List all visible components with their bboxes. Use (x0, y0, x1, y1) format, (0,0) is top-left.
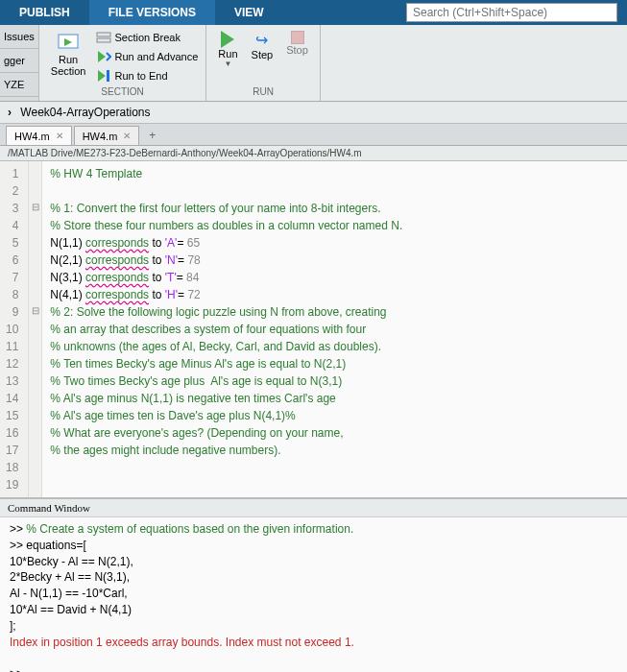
run-section-button[interactable]: Run Section (47, 29, 90, 84)
svg-rect-2 (97, 33, 110, 36)
code-line[interactable] (50, 182, 402, 200)
step-icon: ↪ (255, 31, 268, 49)
cmd-line: Index in position 1 exceeds array bounds… (10, 635, 617, 651)
close-icon[interactable]: ✕ (123, 131, 131, 141)
editor[interactable]: 12345678910111213141516171819 ⊟⊟ % HW 4 … (0, 161, 627, 497)
search-box (406, 3, 617, 22)
code-line[interactable]: % Al's age times ten is Dave's age plus … (50, 407, 402, 424)
left-tabs: Issues gger YZE (0, 25, 39, 101)
section-group-label: SECTION (47, 84, 199, 97)
cmd-line: 2*Becky + Al == N(3,1), (10, 569, 617, 586)
cmd-line: >> (10, 666, 617, 672)
cmd-line: 10*Becky - Al == N(2,1), (10, 554, 617, 570)
code-line[interactable]: % 2: Solve the following logic puzzle us… (50, 303, 402, 321)
ribbon-group-run: Run ▼ ↪ Step Stop RUN (206, 25, 320, 101)
breadcrumb[interactable]: › Week04-ArrayOperations (0, 102, 627, 124)
section-break-button[interactable]: Section Break (96, 29, 199, 46)
file-tabs: HW4.m✕ HW4.m✕ + (0, 124, 627, 146)
cmd-line: 10*Al == David + N(4,1) (10, 602, 617, 618)
code-line[interactable]: N(2,1) corresponds to 'N'= 78 (50, 252, 402, 269)
code-line[interactable]: % Ten times Becky's age Minus Al's age i… (50, 355, 402, 372)
run-group-label: RUN (214, 84, 311, 97)
run-and-advance-button[interactable]: Run and Advance (96, 48, 199, 65)
svg-rect-6 (107, 70, 109, 82)
left-tab-gger[interactable]: gger (0, 49, 38, 73)
code-line[interactable] (50, 459, 402, 476)
stop-button[interactable]: Stop (282, 29, 312, 70)
run-to-end-button[interactable]: Run to End (96, 67, 199, 84)
svg-rect-3 (97, 38, 110, 42)
tab-view[interactable]: VIEW (215, 0, 283, 25)
left-tab-yze[interactable]: YZE (0, 73, 38, 97)
command-window-body[interactable]: >> % Create a system of equations based … (0, 517, 627, 672)
play-icon (221, 31, 234, 48)
new-tab-button[interactable]: + (141, 126, 163, 145)
code-line[interactable] (50, 476, 402, 493)
search-input[interactable] (406, 3, 617, 22)
cmd-line: Al - N(1,1) == -10*Carl, (10, 586, 617, 602)
section-break-icon (96, 30, 111, 45)
close-icon[interactable]: ✕ (56, 131, 63, 141)
ribbon: Issues gger YZE Run Section Section Brea… (0, 25, 627, 102)
chevron-right-icon: › (8, 106, 12, 119)
cmd-line: >> % Create a system of equations based … (10, 521, 617, 538)
code-line[interactable]: % 1: Convert the first four letters of y… (50, 200, 402, 217)
command-window[interactable]: Command Window >> % Create a system of e… (0, 497, 627, 672)
code-line[interactable]: N(1,1) corresponds to 'A'= 65 (50, 234, 402, 252)
cmd-line (10, 650, 617, 666)
code-line[interactable]: N(4,1) corresponds to 'H'= 72 (50, 286, 402, 303)
run-advance-icon (96, 49, 111, 64)
file-tab-hw4-2[interactable]: HW4.m✕ (74, 126, 140, 145)
svg-marker-4 (98, 51, 106, 62)
code-line[interactable]: % the ages might include negative number… (50, 442, 402, 459)
file-tab-hw4-1[interactable]: HW4.m✕ (6, 126, 72, 145)
run-to-end-icon (96, 68, 111, 84)
tab-publish[interactable]: PUBLISH (0, 0, 89, 25)
code-line[interactable]: % What are everyone's ages? (Depending o… (50, 424, 402, 442)
command-window-title: Command Window (0, 499, 627, 517)
run-section-icon (57, 31, 80, 54)
main-tabs: PUBLISH FILE VERSIONS VIEW (0, 0, 627, 25)
fold-column[interactable]: ⊟⊟ (29, 161, 42, 497)
cmd-line: ]; (10, 618, 617, 635)
run-dropdown-icon[interactable]: ▼ (224, 60, 231, 68)
code-line[interactable]: % unknowns (the ages of Al, Becky, Carl,… (50, 338, 402, 355)
ribbon-group-section: Run Section Section Break Run and Advanc… (39, 25, 207, 101)
code-line[interactable]: % an array that describes a system of fo… (50, 321, 402, 338)
stop-icon (291, 31, 304, 44)
code-line[interactable]: N(3,1) corresponds to 'T'= 84 (50, 269, 402, 286)
code-area[interactable]: % HW 4 Template% 1: Convert the first fo… (42, 161, 410, 497)
svg-marker-5 (98, 70, 106, 82)
code-line[interactable]: % Two times Becky's age plus Al's age is… (50, 372, 402, 390)
code-line[interactable]: % Store these four numbers as doubles in… (50, 217, 402, 234)
step-button[interactable]: ↪ Step (248, 29, 277, 70)
code-line[interactable]: % Al's age minus N(1,1) is negative ten … (50, 390, 402, 407)
line-numbers: 12345678910111213141516171819 (0, 161, 29, 497)
cmd-line: >> equations=[ (10, 538, 617, 554)
tab-file-versions[interactable]: FILE VERSIONS (89, 0, 215, 25)
code-line[interactable]: % HW 4 Template (50, 165, 402, 182)
left-tab-issues[interactable]: Issues (0, 25, 38, 49)
file-path: /MATLAB Drive/ME273-F23-DeBernardi-Antho… (0, 146, 627, 161)
run-button[interactable]: Run ▼ (214, 29, 241, 70)
